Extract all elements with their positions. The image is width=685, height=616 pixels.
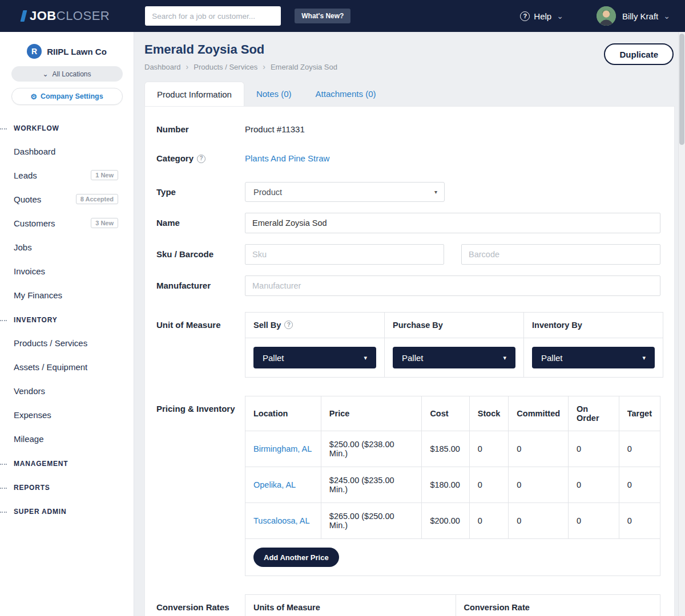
caret-down-icon: ▾ — [503, 354, 506, 362]
scrollbar-track[interactable] — [678, 32, 685, 616]
location-link[interactable]: Birmingham, AL — [253, 444, 312, 453]
type-row: Type Product ▾ — [156, 182, 660, 202]
user-name: Billy Kraft — [622, 11, 658, 21]
table-row: Opelika, AL $245.00 ($235.00 Min.) $180.… — [245, 467, 660, 503]
pricing-inventory-label: Pricing & Inventory — [156, 396, 245, 415]
sku-barcode-label: Sku / Barcode — [156, 244, 245, 260]
chevron-down-icon: ⌄ — [663, 11, 670, 21]
manufacturer-row: Manufacturer — [156, 275, 660, 296]
sidebar-item-quotes[interactable]: Quotes8 Accepted — [0, 187, 134, 211]
price-cell: $250.00 ($238.00 Min.) — [321, 431, 422, 467]
help-menu[interactable]: ? Help ⌄ — [520, 11, 563, 21]
price-cell: $265.00 ($250.00 Min.) — [321, 503, 422, 539]
chevron-down-icon: ⌄ — [557, 11, 563, 21]
sidebar-item-invoices[interactable]: Invoices — [0, 259, 134, 283]
breadcrumb-products-services[interactable]: Products / Services — [194, 62, 271, 71]
page-header: Emerald Zoysia Sod Dashboard Products / … — [144, 42, 675, 71]
on-order-cell: 0 — [569, 467, 619, 503]
inventory-by-select[interactable]: Pallet▾ — [532, 347, 655, 368]
unit-of-measure-table: Sell By? Purchase By Inventory By Pallet… — [245, 312, 663, 378]
pricing-table: Location Price Cost Stock Committed On O… — [245, 396, 660, 576]
location-link[interactable]: Opelika, AL — [253, 480, 296, 489]
purchase-by-header: Purchase By — [385, 313, 524, 338]
number-row: Number Product #11331 — [156, 124, 660, 135]
scrollbar-thumb[interactable] — [679, 34, 684, 145]
sidebar-item-dashboard[interactable]: Dashboard — [0, 139, 134, 163]
sidebar-item-jobs[interactable]: Jobs — [0, 235, 134, 259]
section-workflow: WORKFLOW — [0, 117, 134, 139]
sku-input[interactable] — [245, 244, 444, 265]
barcode-input[interactable] — [461, 244, 660, 265]
breadcrumb-dashboard[interactable]: Dashboard — [144, 62, 194, 71]
manufacturer-input[interactable] — [245, 275, 660, 296]
logo-text-bold: JOB — [30, 9, 57, 23]
col-stock: Stock — [469, 396, 509, 431]
category-label: Category? — [156, 153, 245, 164]
company-selector[interactable]: R RIIPL Lawn Co — [0, 44, 134, 59]
type-label: Type — [156, 182, 245, 198]
pricing-header-row: Location Price Cost Stock Committed On O… — [245, 396, 660, 431]
type-selected-value: Product — [253, 188, 282, 197]
manufacturer-label: Manufacturer — [156, 275, 245, 291]
sidebar-item-customers[interactable]: Customers3 New — [0, 211, 134, 235]
sku-barcode-row: Sku / Barcode — [156, 244, 660, 265]
col-units-of-measure: Units of Measure — [245, 595, 456, 616]
top-navbar: JOB CLOSER What's New? ? Help ⌄ — [0, 0, 685, 32]
leads-badge: 1 New — [91, 170, 118, 180]
whats-new-button[interactable]: What's New? — [295, 9, 350, 23]
global-search-input[interactable] — [145, 6, 281, 26]
category-link[interactable]: Plants And Pine Straw — [245, 153, 329, 163]
tab-bar: Product Information Notes (0) Attachment… — [144, 82, 675, 106]
sidebar-item-expenses[interactable]: Expenses — [0, 403, 134, 427]
locations-dropdown[interactable]: ⌄ All Locations — [11, 66, 123, 82]
conversion-header-row: Units of Measure Conversion Rate — [245, 595, 660, 616]
sidebar-item-vendors[interactable]: Vendors — [0, 379, 134, 403]
stock-cell: 0 — [469, 503, 509, 539]
sidebar-item-my-finances[interactable]: My Finances — [0, 283, 134, 307]
main-content: Emerald Zoysia Sod Dashboard Products / … — [134, 32, 678, 616]
sell-by-header: Sell By? — [245, 313, 385, 338]
sell-by-select[interactable]: Pallet▾ — [253, 347, 376, 368]
target-cell: 0 — [619, 431, 660, 467]
purchase-by-select[interactable]: Pallet▾ — [393, 347, 515, 368]
cost-cell: $200.00 — [422, 503, 469, 539]
section-inventory: INVENTORY — [0, 309, 134, 331]
location-link[interactable]: Tuscaloosa, AL — [253, 516, 310, 525]
logo-text-light: CLOSER — [57, 9, 110, 23]
committed-cell: 0 — [509, 467, 569, 503]
col-conversion-rate: Conversion Rate — [456, 595, 660, 616]
sidebar-item-mileage[interactable]: Mileage — [0, 427, 134, 451]
sidebar-item-leads[interactable]: Leads1 New — [0, 163, 134, 187]
company-settings-label: Company Settings — [41, 92, 103, 100]
company-avatar: R — [27, 44, 42, 59]
category-help-icon[interactable]: ? — [197, 155, 206, 163]
tab-attachments[interactable]: Attachments (0) — [304, 82, 388, 106]
sell-by-help-icon[interactable]: ? — [284, 321, 293, 329]
section-management[interactable]: MANAGEMENT — [0, 453, 134, 475]
add-another-price-button[interactable]: Add Another Price — [253, 548, 339, 567]
type-select[interactable]: Product ▾ — [245, 182, 445, 202]
section-reports[interactable]: REPORTS — [0, 477, 134, 499]
col-on-order: On Order — [569, 396, 619, 431]
navbar-right: ? Help ⌄ Billy Kraft ⌄ — [520, 6, 670, 26]
app-logo[interactable]: JOB CLOSER — [22, 9, 110, 23]
col-committed: Committed — [509, 396, 569, 431]
tab-product-information[interactable]: Product Information — [144, 82, 244, 106]
caret-down-icon: ▾ — [364, 354, 367, 362]
name-input[interactable] — [245, 213, 660, 233]
unit-of-measure-row: Unit of Measure Sell By? Purchase By Inv… — [156, 312, 660, 378]
target-cell: 0 — [619, 467, 660, 503]
breadcrumb: Dashboard Products / Services Emerald Zo… — [144, 62, 675, 71]
name-row: Name — [156, 213, 660, 233]
duplicate-button[interactable]: Duplicate — [604, 43, 674, 65]
company-settings-button[interactable]: ⚙ Company Settings — [11, 88, 123, 105]
sidebar-item-assets-equipment[interactable]: Assets / Equipment — [0, 355, 134, 379]
sidebar-item-products-services[interactable]: Products / Services — [0, 331, 134, 355]
section-super-admin[interactable]: SUPER ADMIN — [0, 501, 134, 522]
cost-cell: $185.00 — [422, 431, 469, 467]
number-value: Product #11331 — [245, 124, 660, 135]
pricing-inventory-row: Pricing & Inventory Location Price Cost … — [156, 396, 660, 576]
user-menu[interactable]: Billy Kraft ⌄ — [597, 6, 670, 26]
cost-cell: $180.00 — [422, 467, 469, 503]
tab-notes[interactable]: Notes (0) — [244, 82, 304, 106]
